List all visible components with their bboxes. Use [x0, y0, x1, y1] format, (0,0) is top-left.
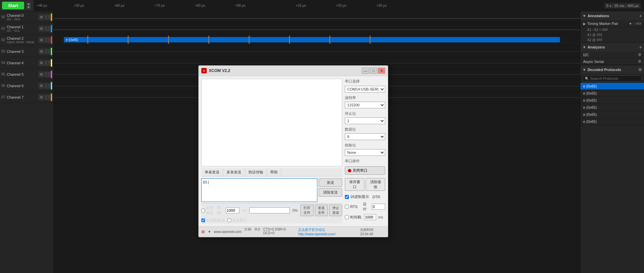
time-display: 0 s : 35 ms : 400 µs [604, 3, 641, 8]
channel-color-3 [51, 48, 52, 55]
channel-dots-2[interactable]: ⋮⋮ [45, 37, 50, 43]
start-button[interactable]: Start [2, 2, 24, 9]
xcom-close-button[interactable]: ✕ [378, 68, 385, 74]
channel-gear-2[interactable]: ⚙ [39, 37, 44, 43]
channel-dots-5[interactable]: ⋮⋮ [45, 72, 50, 77]
channel-gear-0[interactable]: ⚙ [39, 14, 44, 20]
timestamp-checkbox[interactable] [345, 215, 349, 219]
channel-dots-7[interactable]: ⋮⋮ [45, 95, 50, 100]
tab-multi-send[interactable]: 多条发送 [223, 168, 245, 176]
analyzer-serial-gear[interactable]: ⚙ [638, 59, 641, 64]
newline-checkbox[interactable] [228, 218, 231, 222]
open-file-button[interactable]: 打开文件 [300, 205, 314, 216]
channel-gear-1[interactable]: ⚙ [39, 26, 44, 31]
data-select[interactable]: 8 [345, 133, 385, 140]
tab-help[interactable]: 帮助 [267, 168, 281, 176]
channel-row-1: 01 Channel 1 I2C - SCL ⚙ ⋮⋮ [0, 23, 53, 34]
progress-label: 0% [292, 208, 298, 212]
channel-color-6 [51, 82, 52, 90]
stop-send-button[interactable]: 停止发送 [329, 205, 342, 216]
arrow-down[interactable]: ▼ [26, 6, 31, 9]
analyzer-i2c-gear[interactable]: ⚙ [638, 53, 641, 57]
port-select[interactable]: COM14:USB-SERIAL [345, 86, 385, 93]
protocol-list: e (0x65) e (0x65) e (0x65) e (0x65) e (0… [580, 83, 644, 273]
waveform-area[interactable]: e (0x65) [54, 11, 580, 273]
data-label: 数据位 [345, 127, 385, 132]
channel-gear-3[interactable]: ⚙ [39, 49, 44, 54]
wave-row-1 [54, 23, 580, 34]
protocol-item-0[interactable]: e (0x65) [580, 83, 644, 90]
analyzers-collapse-icon[interactable]: ▼ [582, 45, 586, 49]
delay-label: 延时 [363, 202, 369, 212]
channel-dots-1[interactable]: ⋮⋮ [45, 26, 50, 31]
channel-gear-7[interactable]: ⚙ [39, 95, 44, 100]
tm-collapse-icon[interactable]: ▶ [583, 22, 586, 26]
xcom-restore-button[interactable]: □ [370, 68, 377, 74]
protocol-item-1[interactable]: e (0x65) [580, 90, 644, 97]
time-label-2: +60 µs [114, 4, 125, 7]
delay-input[interactable] [372, 204, 385, 210]
xcom-send-button[interactable]: 发送 [319, 178, 342, 187]
close-port-button[interactable]: 关闭串口 [345, 166, 385, 175]
hex-display-checkbox[interactable] [345, 195, 349, 199]
search-protocols-input[interactable] [590, 76, 640, 80]
xcom-output [201, 79, 342, 166]
timed-send-checkbox[interactable] [201, 209, 205, 212]
save-window-button[interactable]: 保存窗口 [345, 178, 364, 191]
channel-gear-4[interactable]: ⚙ [39, 60, 44, 66]
a1-a2-label: A1 - A2 = ### [587, 28, 608, 32]
clear-recv-button[interactable]: 清除接收 [366, 178, 385, 191]
xcom-statusbar: ⚙ ▼ www.openedv.com S:96 R:0 CTS=0 DSR=0… [199, 226, 388, 237]
xcom-clear-send-button[interactable]: 清除发送 [319, 188, 342, 197]
protocol-item-4[interactable]: e (0x65) [580, 111, 644, 118]
settings-arrow: ▼ [208, 230, 211, 234]
start-arrows[interactable]: ▲ ▼ [26, 2, 31, 9]
hex-send-label: 16进制发送 [206, 218, 225, 223]
timestamp-interval-input[interactable] [364, 214, 376, 220]
time-label-5: +90 µs [235, 4, 246, 7]
channel-dots-6[interactable]: ⋮⋮ [45, 83, 50, 89]
annotations-title: Annotations [588, 14, 639, 18]
stop-select[interactable]: 1 [345, 117, 385, 124]
channel-row-3: 03 Channel 3 ⚙ ⋮⋮ [0, 46, 53, 57]
channel-dots-4[interactable]: ⋮⋮ [45, 60, 50, 66]
send-file-button[interactable]: 发送文件 [315, 205, 328, 216]
newline-checkbox-row: 发送新行 [228, 218, 247, 223]
channel-dots-3[interactable]: ⋮⋮ [45, 49, 50, 54]
tab-single-send[interactable]: 单条发送 [201, 168, 223, 176]
channel-row-6: 06 Channel 6 ⚙ ⋮⋮ [0, 80, 53, 92]
annotations-add-button[interactable]: + [639, 13, 642, 19]
rts-checkbox[interactable] [345, 205, 349, 209]
channel-gear-5[interactable]: ⚙ [39, 72, 44, 77]
hex-display-row: 16进制显示 DTR [345, 194, 385, 199]
decoded-gear-button[interactable]: ⚙ [638, 67, 642, 72]
baud-select[interactable]: 115200 [345, 102, 385, 108]
send-content-input[interactable] [249, 207, 290, 213]
forum-link[interactable]: 正点原子官方论坛http://www.openedv.com/ [298, 228, 357, 236]
annotations-collapse-icon[interactable]: ▼ [582, 14, 586, 18]
tm-hash-val: ### [636, 22, 641, 26]
analyzers-add-button[interactable]: + [639, 44, 642, 50]
protocol-item-3[interactable]: e (0x65) [580, 104, 644, 111]
current-time: 当前时间 20:04:40 [360, 228, 385, 236]
parity-select[interactable]: None [345, 149, 385, 156]
channel-dots-0[interactable]: ⋮⋮ [45, 14, 50, 20]
protocol-item-2[interactable]: e (0x65) [580, 97, 644, 104]
settings-icon[interactable]: ⚙ [201, 230, 205, 234]
close-port-label: 关闭串口 [353, 168, 367, 173]
arrow-up[interactable]: ▲ [26, 2, 31, 6]
decoded-collapse-icon[interactable]: ▼ [582, 68, 586, 72]
hex-send-checkbox-row: 16进制发送 [201, 218, 225, 223]
xcom-minimize-button[interactable]: — [362, 68, 369, 74]
tab-protocol-send[interactable]: 协议传输 [245, 168, 267, 176]
decoded-protocols-section: ▼ Decoded Protocols ⚙ 🔍 e (0x65) e (0x65… [580, 65, 644, 273]
channel-gear-6[interactable]: ⚙ [39, 83, 44, 89]
hex-send-checkbox[interactable] [201, 218, 205, 222]
xcom-send-textarea[interactable]: 65| [201, 178, 317, 202]
tm-down-icon[interactable]: ▼ [629, 22, 632, 26]
analyzers-header: ▼ Analyzers + [580, 43, 644, 52]
channel-name-0: Channel 0 I2C - SDA [7, 13, 38, 21]
period-input[interactable] [226, 207, 239, 213]
status-info: S:96 R:0 CTS=0 DSR=0 DCD=0 正点原子官方论坛http:… [244, 228, 385, 236]
protocol-item-5[interactable]: e (0x65) [580, 118, 644, 125]
